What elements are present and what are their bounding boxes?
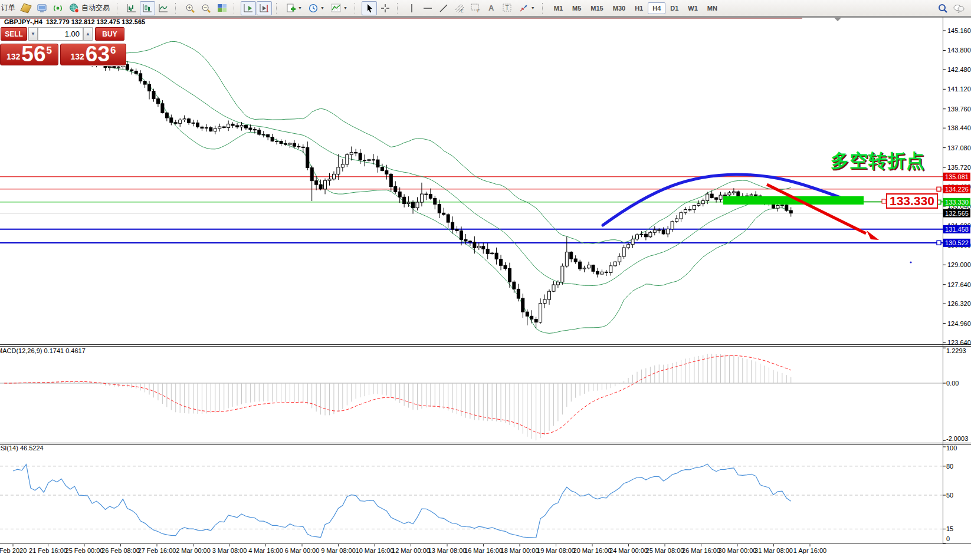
- sell-price-big: 56: [21, 45, 45, 63]
- candle: [508, 263, 511, 288]
- volume-input[interactable]: 1.00: [38, 27, 83, 41]
- time-tick-label: 10 Mar 16:00: [356, 547, 394, 554]
- time-tick-label: 20 Mar 16:00: [573, 547, 612, 554]
- rsi-tick-label: 100: [946, 444, 957, 452]
- candle: [636, 233, 639, 241]
- candle: [534, 317, 537, 328]
- line-handle[interactable]: [937, 187, 941, 191]
- candle: [618, 253, 621, 265]
- price-tick-label: 124.960: [947, 320, 971, 327]
- candle: [701, 199, 704, 207]
- candle: [627, 243, 630, 249]
- time-tick-label: 25 Mar 08:00: [646, 547, 684, 554]
- price-tag-label: 133.330: [945, 199, 969, 206]
- candle: [355, 149, 357, 157]
- candle: [521, 294, 524, 318]
- candle: [614, 261, 616, 267]
- candle: [258, 128, 261, 136]
- candle: [288, 142, 291, 148]
- candle: [724, 192, 727, 196]
- candle: [434, 196, 437, 209]
- time-tick-label: 2 Mar 00:00: [176, 547, 211, 554]
- candle: [389, 173, 392, 191]
- macd-signal-line: [4, 355, 791, 434]
- price-tick-label: 143.800: [947, 47, 971, 54]
- candle: [244, 124, 247, 130]
- candle: [605, 270, 608, 276]
- candle: [680, 210, 683, 222]
- candle: [565, 236, 568, 268]
- macd-label: MACD(12,26,9) 0.1741 0.4617: [0, 347, 86, 354]
- candle: [420, 183, 423, 206]
- price-tag-label: 132.565: [945, 210, 969, 217]
- time-tick-label: 9 Mar 08:00: [321, 547, 356, 554]
- candle: [500, 255, 503, 270]
- candle: [310, 166, 313, 201]
- volume-decrease-button[interactable]: ▼: [28, 27, 38, 41]
- candle: [574, 255, 577, 264]
- candle: [139, 70, 142, 83]
- candle: [477, 243, 480, 250]
- sell-price-tile[interactable]: 132 56 5: [0, 44, 58, 65]
- candle: [328, 173, 331, 186]
- buy-button[interactable]: BUY: [95, 27, 124, 41]
- candle: [684, 207, 687, 215]
- line-handle[interactable]: [937, 241, 941, 245]
- rsi-tick-label: 15: [946, 525, 953, 532]
- bollinger-band-line: [13, 58, 791, 285]
- price-tick-label: 138.440: [947, 124, 971, 131]
- candle: [561, 263, 564, 285]
- buy-price-pip: 6: [110, 45, 116, 55]
- candle: [588, 262, 591, 269]
- candle: [152, 89, 155, 102]
- price-callout-label[interactable]: 133.330: [886, 193, 938, 209]
- price-tick-label: 142.480: [947, 66, 971, 73]
- candle: [447, 213, 450, 228]
- price-tick-label: 135.720: [947, 164, 971, 171]
- price-tick-label: 139.760: [947, 106, 971, 113]
- candle: [332, 172, 335, 181]
- time-tick-label: 25 Feb 00:00: [65, 547, 104, 554]
- candle: [222, 126, 225, 129]
- time-tick-label: 6 Mar 00:00: [285, 547, 320, 554]
- candle: [570, 251, 573, 262]
- candle: [196, 120, 199, 128]
- chart-area[interactable]: 145.160143.800142.480141.120139.760138.4…: [0, 0, 971, 560]
- candle: [719, 192, 722, 203]
- candle: [368, 159, 370, 163]
- time-tick-label: 18 Mar 00:00: [501, 547, 539, 554]
- candle: [530, 310, 533, 323]
- buy-price-prefix: 132: [71, 52, 84, 61]
- rsi-tick-label: 50: [946, 492, 953, 499]
- candle: [267, 134, 270, 140]
- candle: [301, 144, 304, 153]
- price-tag-label: 135.081: [945, 173, 969, 180]
- candle: [438, 200, 441, 218]
- candle: [179, 118, 182, 127]
- time-tick-label: 31 Mar 08:00: [755, 547, 793, 554]
- candle: [667, 226, 670, 237]
- candle: [429, 189, 432, 200]
- candle: [188, 118, 191, 125]
- candle: [552, 281, 555, 292]
- candle: [425, 192, 428, 200]
- sell-button[interactable]: SELL: [1, 27, 27, 41]
- one-click-trading-panel: SELL ▼ 1.00 ▲ BUY 132 56 5 132 63 6: [0, 27, 126, 65]
- buy-price-tile[interactable]: 132 63 6: [60, 44, 126, 65]
- red-arrow-drawing[interactable]: [767, 185, 866, 233]
- candle: [297, 144, 300, 149]
- candle: [592, 265, 595, 274]
- sell-price-pip: 5: [47, 45, 52, 55]
- candle: [688, 206, 691, 212]
- candle: [214, 126, 216, 134]
- time-tick-label: 26 Feb 08:00: [101, 547, 140, 554]
- candle: [640, 231, 643, 237]
- time-tick-label: 1 Apr 16:00: [793, 547, 826, 554]
- blue-dot-drawing: [910, 261, 911, 263]
- callout-handle[interactable]: [882, 199, 886, 203]
- candle: [363, 154, 366, 166]
- mt4-window: 订单 自动交易: [0, 0, 971, 560]
- time-tick-label: 24 Mar 00:00: [609, 547, 648, 554]
- volume-increase-button[interactable]: ▲: [83, 27, 93, 41]
- candle: [394, 181, 397, 193]
